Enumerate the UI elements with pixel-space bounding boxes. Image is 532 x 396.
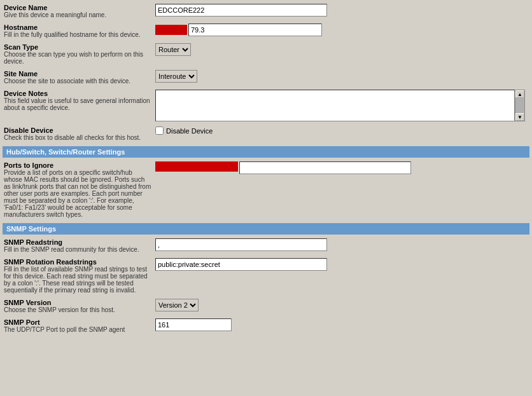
hostname-redacted-block [155, 25, 187, 35]
snmp-version-desc: Choose the SNMP version for this host. [4, 306, 151, 313]
snmp-version-title: SNMP Version [4, 299, 151, 306]
ports-to-ignore-desc: Provide a list of ports on a specific sw… [4, 169, 151, 218]
scan-type-label-col: Scan Type Choose the scan type you wish … [3, 42, 154, 66]
disable-device-checkbox-row: Disable Device [155, 126, 528, 135]
device-notes-input-col: ▲ ▼ [154, 88, 529, 123]
ports-to-ignore-title: Ports to Ignore [4, 161, 151, 169]
site-name-desc: Choose the site to associate with this d… [4, 78, 151, 85]
device-name-input-col [154, 3, 529, 18]
snmp-rotation-label-col: SNMP Rotation Readstrings Fill in the li… [3, 257, 154, 295]
hostname-desc: Fill in the fully qualified hostname for… [4, 31, 151, 38]
device-notes-title: Device Notes [4, 90, 151, 97]
snmp-rotation-desc: Fill in the list of available SNMP read … [4, 266, 151, 294]
ports-redacted-block [155, 161, 238, 172]
snmp-readstring-row: SNMP Readstring Fill in the SNMP read co… [3, 237, 529, 254]
snmp-readstring-desc: Fill in the SNMP read community for this… [4, 246, 151, 253]
site-name-select[interactable]: Interoute [155, 70, 197, 83]
scan-type-row: Scan Type Choose the scan type you wish … [3, 42, 529, 66]
scan-type-title: Scan Type [4, 43, 151, 51]
snmp-version-row: SNMP Version Choose the SNMP version for… [3, 297, 529, 315]
device-name-row: Device Name Give this device a meaningfu… [3, 3, 529, 20]
device-name-input[interactable] [155, 4, 327, 17]
snmp-rotation-title: SNMP Rotation Readstrings [4, 258, 151, 266]
snmp-version-input-col: Version 1 Version 2 Version 3 [154, 297, 529, 313]
snmp-port-input[interactable] [155, 318, 232, 331]
disable-device-checkbox-label: Disable Device [166, 127, 213, 135]
device-notes-scrollbar: ▲ ▼ [515, 90, 525, 121]
ports-to-ignore-label-col: Ports to Ignore Provide a list of ports … [3, 160, 154, 219]
scroll-up-button[interactable]: ▲ [515, 90, 524, 98]
disable-device-desc: Check this box to disable all checks for… [4, 134, 151, 141]
hostname-label-col: Hostname Fill in the fully qualified hos… [3, 22, 154, 39]
snmp-version-select[interactable]: Version 1 Version 2 Version 3 [155, 299, 199, 311]
scan-type-select[interactable]: Router Switch Host Other [155, 43, 191, 56]
scan-type-desc: Choose the scan type you wish to perform… [4, 51, 151, 65]
site-name-label-col: Site Name Choose the site to associate w… [3, 69, 154, 86]
snmp-rotation-input-col [154, 257, 529, 272]
snmp-readstring-input[interactable] [155, 238, 327, 251]
scan-type-input-col: Router Switch Host Other [154, 42, 529, 57]
device-notes-label-col: Device Notes This field value is useful … [3, 88, 154, 113]
disable-device-input-col: Disable Device [154, 125, 529, 136]
hostname-row: Hostname Fill in the fully qualified hos… [3, 22, 529, 39]
device-notes-textarea[interactable] [155, 90, 515, 121]
device-name-title: Device Name [4, 4, 151, 11]
device-notes-row: Device Notes This field value is useful … [3, 88, 529, 123]
snmp-port-title: SNMP Port [4, 318, 151, 326]
disable-device-label-col: Disable Device Check this box to disable… [3, 125, 154, 142]
ports-to-ignore-row: Ports to Ignore Provide a list of ports … [3, 160, 529, 219]
hub-switch-section-header: Hub/Switch, Switch/Router Settings [3, 146, 529, 158]
hostname-title: Hostname [4, 24, 151, 31]
snmp-port-row: SNMP Port The UDP/TCP Port to poll the S… [3, 317, 529, 334]
hostname-input[interactable] [188, 24, 322, 36]
snmp-readstring-input-col [154, 237, 529, 252]
snmp-port-input-col [154, 317, 529, 332]
scroll-down-button[interactable]: ▼ [515, 113, 524, 121]
device-notes-desc: This field value is useful to save gener… [4, 97, 151, 111]
device-name-desc: Give this device a meaningful name. [4, 11, 151, 18]
disable-device-checkbox[interactable] [155, 126, 164, 135]
snmp-version-label-col: SNMP Version Choose the SNMP version for… [3, 297, 154, 315]
form-container: Device Name Give this device a meaningfu… [0, 0, 532, 396]
snmp-rotation-row: SNMP Rotation Readstrings Fill in the li… [3, 257, 529, 295]
snmp-port-desc: The UDP/TCP Port to poll the SNMP agent [4, 326, 151, 333]
site-name-input-col: Interoute [154, 69, 529, 84]
snmp-readstring-label-col: SNMP Readstring Fill in the SNMP read co… [3, 237, 154, 254]
ports-to-ignore-input[interactable] [239, 161, 411, 174]
snmp-port-label-col: SNMP Port The UDP/TCP Port to poll the S… [3, 317, 154, 334]
snmp-section-header: SNMP Settings [3, 223, 529, 235]
ports-to-ignore-input-col [154, 160, 529, 175]
disable-device-title: Disable Device [4, 126, 151, 134]
site-name-row: Site Name Choose the site to associate w… [3, 69, 529, 86]
disable-device-row: Disable Device Check this box to disable… [3, 125, 529, 142]
snmp-rotation-input[interactable] [155, 258, 327, 271]
hostname-input-col [154, 22, 529, 38]
site-name-title: Site Name [4, 70, 151, 78]
scroll-track [515, 98, 524, 113]
snmp-readstring-title: SNMP Readstring [4, 238, 151, 246]
device-name-label-col: Device Name Give this device a meaningfu… [3, 3, 154, 20]
